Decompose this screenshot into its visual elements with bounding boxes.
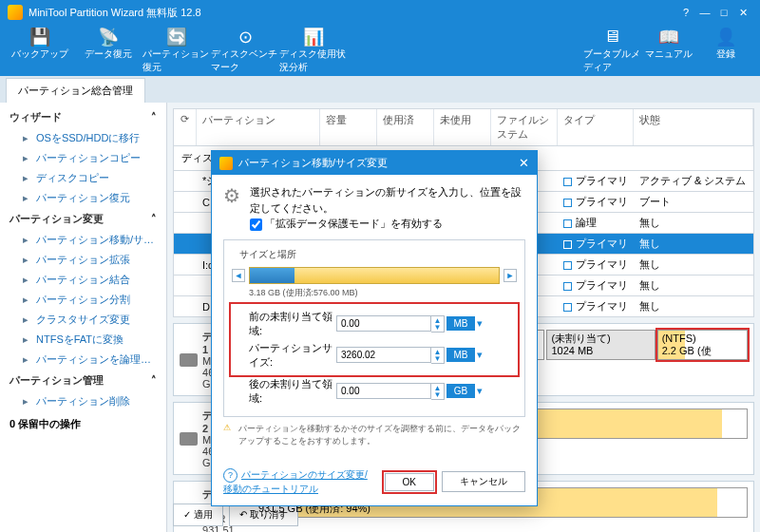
sidebar-item[interactable]: ▸パーティションを論理に設定 <box>0 350 166 370</box>
chevron-down-icon[interactable]: ▾ <box>475 349 484 361</box>
chevron-down-icon[interactable]: ▾ <box>475 385 484 397</box>
chevron-up-icon: ˄ <box>151 213 157 225</box>
sidebar-item[interactable]: ▸パーティション復元 <box>0 188 166 208</box>
toolbar-button[interactable]: 👤登録 <box>697 23 754 78</box>
toolbar-button[interactable]: 🖥ブータブルメディア <box>583 23 640 78</box>
toolbar-icon: 🖥 <box>603 27 620 48</box>
chevron-up-icon: ˄ <box>151 111 157 124</box>
dialog-warning: パーティションを移動するかそのサイズを調整する前に、データをバックアップすること… <box>223 423 525 447</box>
sidebar: ウィザード˄ ▸OSをSSD/HDDに移行▸パーティションコピー▸ディスクコピー… <box>0 103 167 532</box>
toolbar-icon: 👤 <box>715 27 736 48</box>
sidebar-item[interactable]: ▸パーティションコピー <box>0 148 166 168</box>
toolbar-button[interactable]: ⊙ディスクベンチマーク <box>211 23 279 78</box>
slider-left-button[interactable]: ◄ <box>232 269 245 282</box>
sidebar-item[interactable]: ▸パーティション結合 <box>0 270 166 290</box>
toolbar-icon: 💾 <box>29 27 50 48</box>
spinner-icon[interactable]: ▲▼ <box>431 383 445 400</box>
sidebar-item[interactable]: ▸パーティション削除 <box>0 391 166 411</box>
reload-icon[interactable]: ⟳ <box>174 109 197 145</box>
toolbar-icon: 📊 <box>303 27 324 48</box>
app-logo-icon <box>8 5 23 20</box>
spinner-icon[interactable]: ▲▼ <box>431 347 445 364</box>
size-fieldset: サイズと場所 ◄ ► 3.18 GB (使用済:576.00 MB) 前の未割り… <box>223 239 525 417</box>
sliders-icon: ⚙ <box>223 184 240 232</box>
sidebar-item[interactable]: ▸OSをSSD/HDDに移行 <box>0 128 166 148</box>
apply-button[interactable]: ✓ 適用 <box>173 504 223 526</box>
unit-select[interactable]: MB <box>446 316 475 331</box>
tab-strip: パーティション総合管理 <box>0 76 760 103</box>
size-input[interactable] <box>336 383 431 399</box>
dialog-intro: 選択されたパーティションの新サイズを入力し、位置を設定してください。 <box>250 184 525 216</box>
slider-right-button[interactable]: ► <box>504 269 517 282</box>
disk-icon <box>180 353 198 367</box>
sidebar-item[interactable]: ▸NTFSをFATに変換 <box>0 330 166 350</box>
resize-dialog: パーティション移動/サイズ変更 ✕ ⚙ 選択されたパーティションの新サイズを入力… <box>211 150 538 506</box>
dialog-titlebar[interactable]: パーティション移動/サイズ変更 ✕ <box>212 151 537 175</box>
size-input-row: 後の未割り当て領域:▲▼GB▾ <box>232 377 517 406</box>
toolbar-button[interactable]: 💾バックアップ <box>6 23 74 78</box>
spinner-icon[interactable]: ▲▼ <box>431 315 445 332</box>
toolbar-icon: 🔄 <box>166 27 187 48</box>
help-icon[interactable]: ? <box>676 7 695 18</box>
maximize-button[interactable]: □ <box>714 7 733 18</box>
sidebar-group-wizard[interactable]: ウィザード˄ <box>0 106 166 128</box>
toolbar-icon: 📖 <box>658 27 679 48</box>
size-input[interactable] <box>336 315 431 332</box>
main-toolbar: 💾バックアップ📡データ復元🔄パーティション復元⊙ディスクベンチマーク📊ディスク使… <box>0 25 760 76</box>
toolbar-button[interactable]: 📊ディスク使用状況分析 <box>279 23 348 78</box>
dialog-logo-icon <box>219 157 233 170</box>
minimize-button[interactable]: — <box>695 7 714 18</box>
size-input[interactable] <box>336 347 431 363</box>
chevron-down-icon[interactable]: ▾ <box>475 317 484 330</box>
ok-button[interactable]: OK <box>385 473 434 491</box>
sidebar-item[interactable]: ▸クラスタサイズ変更 <box>0 310 166 330</box>
tutorial-link[interactable]: パーティションのサイズ変更/移動のチュートリアル <box>223 468 377 496</box>
chevron-up-icon: ˄ <box>151 374 157 387</box>
sidebar-item[interactable]: ▸パーティション移動/サイズ変更 <box>0 230 166 250</box>
tab-partition-mgmt[interactable]: パーティション総合管理 <box>6 78 145 103</box>
partition-grid-header: ⟳ パーティション 容量 使用済 未使用 ファイルシステム タイプ 状態 <box>173 108 754 146</box>
disk-icon <box>180 432 198 446</box>
size-input-row: 前の未割り当て領域:▲▼MB▾ <box>232 310 517 338</box>
toolbar-icon: ⊙ <box>238 27 253 48</box>
toolbar-button[interactable]: 📖マニュアル <box>640 23 697 78</box>
cancel-button[interactable]: キャンセル <box>442 471 525 492</box>
sidebar-item[interactable]: ▸パーティション分割 <box>0 290 166 310</box>
titlebar: MiniTool Partition Wizard 無料版 12.8 ? — □… <box>0 0 760 25</box>
sidebar-item[interactable]: ▸パーティション拡張 <box>0 250 166 270</box>
size-input-row: パーティションサイズ:▲▼MB▾ <box>232 341 517 370</box>
unit-select[interactable]: GB <box>446 384 475 398</box>
dialog-close-button[interactable]: ✕ <box>519 156 529 170</box>
close-button[interactable]: ✕ <box>733 7 752 19</box>
sidebar-group-manage[interactable]: パーティション管理˄ <box>0 370 166 391</box>
pending-ops: 0 保留中の操作 <box>0 411 166 437</box>
size-slider[interactable] <box>249 267 500 284</box>
toolbar-button[interactable]: 🔄パーティション復元 <box>142 23 211 78</box>
sidebar-group-change[interactable]: パーティション変更˄ <box>0 208 166 230</box>
toolbar-icon: 📡 <box>98 27 119 48</box>
dialog-title: パーティション移動/サイズ変更 <box>238 156 519 170</box>
sidebar-item[interactable]: ▸ディスクコピー <box>0 168 166 188</box>
unit-select[interactable]: MB <box>446 348 475 362</box>
protect-mode-checkbox[interactable]: 「拡張データ保護モード」を有効する <box>250 218 443 229</box>
app-title: MiniTool Partition Wizard 無料版 12.8 <box>28 6 676 20</box>
slider-info: 3.18 GB (使用済:576.00 MB) <box>232 287 517 299</box>
toolbar-button[interactable]: 📡データ復元 <box>74 23 142 78</box>
